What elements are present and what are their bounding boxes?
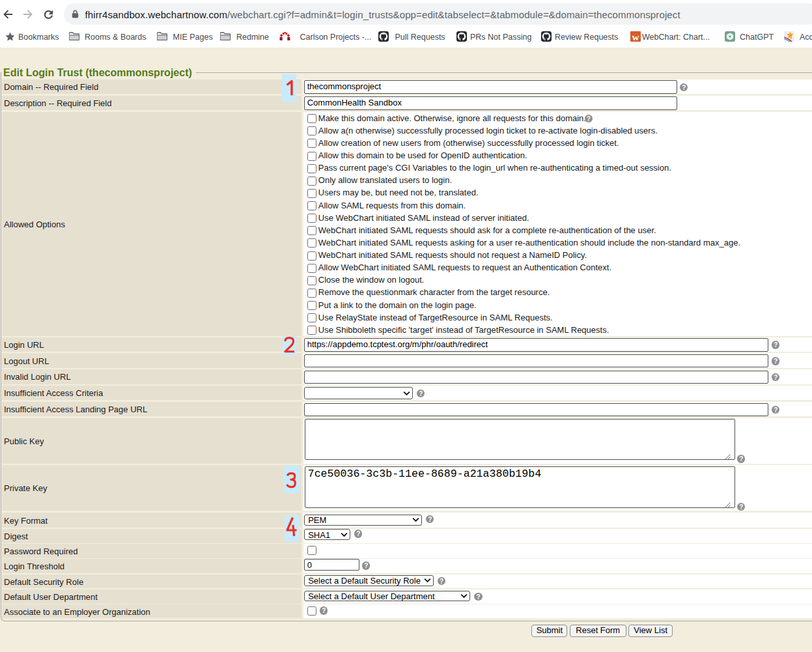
- svg-text:w: w: [632, 31, 639, 42]
